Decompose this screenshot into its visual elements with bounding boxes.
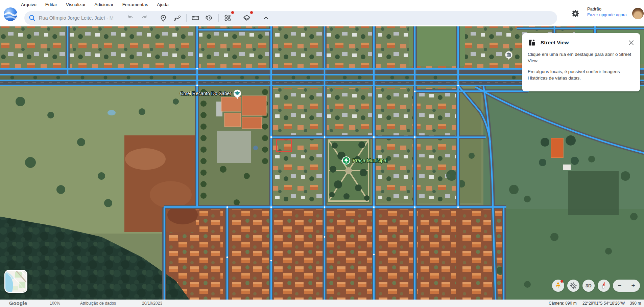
search-input[interactable] xyxy=(39,11,119,25)
street-view-panel-body1: Clique em uma rua em destaque para abrir… xyxy=(528,51,635,64)
account-plan: Padrão Fazer upgrade agora xyxy=(587,6,627,17)
menu-ferramentas[interactable]: Ferramentas xyxy=(122,2,148,7)
my-location-disabled-icon[interactable] xyxy=(567,280,579,292)
top-app-bar: Arquivo Editar Visualizar Adicionar Ferr… xyxy=(0,0,644,26)
settings-gear-icon[interactable] xyxy=(570,8,581,19)
add-path-icon[interactable] xyxy=(172,13,183,23)
google-earth-logo[interactable] xyxy=(3,7,18,22)
park xyxy=(327,138,371,203)
menu-editar[interactable]: Editar xyxy=(45,2,57,7)
street-view-panel: Street View Clique em uma rua em destaqu… xyxy=(522,33,640,91)
menu-adicionar[interactable]: Adicionar xyxy=(94,2,113,7)
historical-imagery-icon[interactable] xyxy=(204,13,214,23)
map-style-layers-badge xyxy=(250,11,253,14)
upgrade-link[interactable]: Fazer upgrade agora xyxy=(587,13,627,17)
menu-arquivo[interactable]: Arquivo xyxy=(21,2,37,7)
compass[interactable] xyxy=(598,280,610,292)
park-label[interactable]: Praça Municipal xyxy=(353,158,387,163)
school-block xyxy=(199,86,269,207)
status-bar: Google 100% Atribuição de dados 20/10/20… xyxy=(0,300,644,307)
add-placemark-icon[interactable] xyxy=(158,13,169,23)
data-attribution-link[interactable]: Atribuição de dados xyxy=(80,300,116,307)
street-view-panel-body2: Em alguns locais, é possível conferir Im… xyxy=(528,68,635,81)
map-style-layers-icon[interactable] xyxy=(241,13,252,23)
plan-label: Padrão xyxy=(587,6,627,12)
school-label[interactable]: Cmei Recanto Do Saber xyxy=(180,91,231,96)
redo-icon[interactable] xyxy=(139,13,150,23)
undo-icon[interactable] xyxy=(125,13,136,23)
imagery-date: 20/10/2023 xyxy=(142,300,162,307)
close-icon[interactable] xyxy=(628,39,635,46)
pegman-streetview-button[interactable] xyxy=(552,280,564,292)
collapse-toolbar-icon[interactable] xyxy=(261,13,271,23)
drawing-tools-badge xyxy=(231,11,234,14)
measure-icon[interactable] xyxy=(190,13,201,23)
pegman-icon xyxy=(528,39,536,47)
menu-ajuda[interactable]: Ajuda xyxy=(157,2,169,7)
coordinates: 22°29'01"S 54°18'26"W xyxy=(582,300,625,307)
pegman-badge xyxy=(560,280,563,283)
zoom-in-button[interactable]: + xyxy=(628,282,638,289)
elevation: 390 m xyxy=(630,300,641,307)
render-quality: 100% xyxy=(50,300,60,307)
map-style-thumbnail[interactable] xyxy=(4,270,27,293)
zoom-out-button[interactable]: − xyxy=(615,282,625,289)
menu-visualizar[interactable]: Visualizar xyxy=(66,2,86,7)
search-icon[interactable] xyxy=(28,14,36,22)
avatar[interactable] xyxy=(632,8,644,19)
street-view-panel-title: Street View xyxy=(541,40,628,46)
google-wordmark: Google xyxy=(9,300,27,307)
menu-bar: Arquivo Editar Visualizar Adicionar Ferr… xyxy=(21,0,169,9)
camera-altitude: Câmera: 890 m xyxy=(549,300,577,307)
zoom-control: − + xyxy=(613,280,640,292)
drawing-tools-icon[interactable] xyxy=(222,13,233,23)
3d-button[interactable]: 3D xyxy=(582,280,595,292)
